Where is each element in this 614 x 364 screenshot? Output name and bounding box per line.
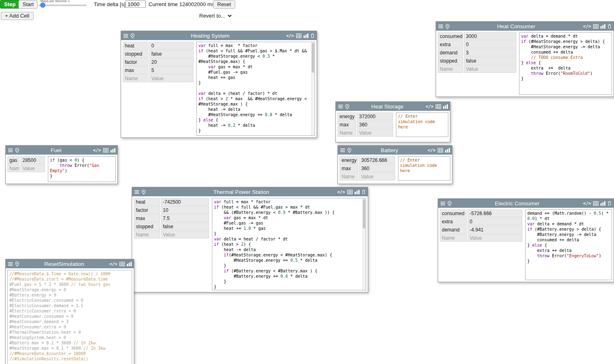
revert-dropdown[interactable]: Revert to... [199, 13, 232, 19]
table-view-icon[interactable] [436, 104, 441, 109]
param-value-cell[interactable]: Value [357, 129, 393, 137]
code-editor[interactable]: // Entersimulation codehere [398, 156, 450, 181]
param-value-cell[interactable]: Value [20, 164, 45, 172]
chart-view-icon[interactable] [445, 148, 450, 153]
code-editor[interactable]: //#MeasureData.$.Time = Date.now() / 100… [7, 270, 132, 364]
code-view-icon[interactable]: </> [109, 261, 117, 267]
param-name-cell[interactable]: Name [337, 129, 356, 137]
param-value-cell[interactable]: -5726.666 [468, 209, 522, 217]
code-view-icon[interactable]: </> [337, 189, 345, 195]
param-name-cell[interactable]: heat [134, 198, 160, 206]
add-cell-button[interactable]: + Add Cell [1, 12, 34, 20]
param-value-cell[interactable]: -4.941 [468, 226, 522, 234]
scrollbar[interactable] [311, 42, 315, 135]
scrollbar-thumb[interactable] [312, 43, 314, 73]
trash-icon[interactable] [607, 201, 612, 206]
param-name-cell[interactable]: Name [340, 173, 358, 180]
menu-icon[interactable] [338, 104, 343, 109]
table-view-icon[interactable] [347, 190, 353, 194]
param-name-cell[interactable]: stopped [123, 50, 148, 58]
code-editor[interactable]: var delta = demand * dtif (#HeatStorage.… [519, 32, 612, 95]
param-value-cell[interactable]: 5 [149, 66, 193, 74]
param-value-cell[interactable]: 3000 [464, 32, 516, 40]
code-view-icon[interactable]: </> [425, 104, 434, 109]
param-name-cell[interactable]: energy [340, 156, 358, 164]
trash-icon[interactable] [362, 189, 366, 194]
chart-view-icon[interactable] [443, 104, 448, 109]
chart-view-icon[interactable] [601, 24, 605, 29]
pin-icon[interactable] [345, 104, 349, 109]
pin-icon[interactable] [15, 148, 19, 153]
chart-view-icon[interactable] [355, 190, 360, 194]
panel-header[interactable]: Fuel </> [6, 146, 117, 155]
trash-icon[interactable] [607, 24, 612, 29]
panel-header[interactable]: Heat Storage </> [336, 102, 450, 111]
param-name-cell[interactable]: Name [438, 65, 463, 73]
param-name-cell[interactable]: stopped [438, 57, 463, 65]
param-value-cell[interactable]: Value [161, 231, 209, 238]
menu-icon[interactable] [123, 34, 128, 38]
param-name-cell[interactable]: extra [438, 40, 463, 48]
param-name-cell[interactable]: gas [7, 156, 20, 164]
panel-header[interactable]: Heating System </> [121, 31, 317, 40]
param-name-cell[interactable]: max [340, 164, 358, 172]
time-delta-input[interactable] [126, 0, 146, 8]
menu-icon[interactable] [438, 24, 443, 29]
menu-icon[interactable] [8, 262, 13, 266]
param-value-cell[interactable]: -742500 [161, 198, 209, 206]
param-value-cell[interactable]: 0 [149, 42, 193, 49]
param-name-cell[interactable]: extra [440, 218, 467, 225]
param-value-cell[interactable]: 360 [357, 121, 393, 128]
slider-thumb[interactable] [40, 2, 45, 8]
code-editor[interactable]: if (gas < 0) { throw Error("Gas Empty")} [48, 156, 116, 182]
chart-view-icon[interactable] [110, 148, 115, 153]
pin-icon[interactable] [142, 189, 146, 195]
code-view-icon[interactable]: </> [286, 33, 294, 38]
panel-header[interactable]: Heat Consumer </> [436, 22, 614, 31]
param-name-cell[interactable]: Name [7, 164, 20, 172]
chart-view-icon[interactable] [127, 262, 132, 266]
scrollbar-thumb[interactable] [363, 199, 365, 229]
code-view-icon[interactable]: </> [583, 201, 591, 206]
table-view-icon[interactable] [296, 34, 301, 38]
reset-button[interactable]: Reset [213, 0, 235, 9]
start-button[interactable]: Start [18, 0, 38, 9]
param-value-cell[interactable]: Value [359, 173, 395, 180]
code-editor[interactable]: var full = max * factorif (heat < full &… [196, 42, 315, 136]
param-name-cell[interactable]: max [123, 66, 148, 74]
pin-icon[interactable] [130, 33, 135, 38]
chart-view-icon[interactable] [304, 34, 308, 38]
table-view-icon[interactable] [119, 262, 125, 266]
param-value-cell[interactable]: 20 [149, 58, 193, 66]
code-view-icon[interactable]: </> [93, 148, 101, 153]
pin-icon[interactable] [445, 24, 450, 29]
param-name-cell[interactable]: consumed [438, 32, 463, 40]
pin-icon[interactable] [448, 201, 452, 206]
param-name-cell[interactable]: demand [440, 226, 467, 234]
param-value-cell[interactable]: Value [468, 234, 522, 242]
param-value-cell[interactable]: 10 [161, 206, 209, 214]
param-name-cell[interactable]: Name [123, 74, 148, 82]
table-view-icon[interactable] [103, 148, 108, 153]
table-view-icon[interactable] [593, 201, 598, 206]
panel-header[interactable]: Electric Consumer </> [438, 199, 614, 208]
param-value-cell[interactable]: 0 [464, 40, 516, 48]
param-value-cell[interactable]: 3 [464, 49, 516, 56]
param-name-cell[interactable]: energy [337, 112, 356, 120]
param-value-cell[interactable]: false [161, 222, 209, 230]
panel-header[interactable]: Thermal Power Station </> [132, 187, 368, 196]
scrollbar[interactable] [362, 198, 366, 290]
param-name-cell[interactable]: Name [134, 231, 160, 238]
panel-header[interactable]: ResetSimulation </> [6, 259, 134, 268]
menu-icon[interactable] [8, 148, 13, 153]
code-editor[interactable]: // Entersimulation codehere [396, 112, 448, 137]
code-view-icon[interactable]: </> [583, 24, 591, 29]
table-view-icon[interactable] [438, 148, 443, 153]
chart-view-icon[interactable] [601, 201, 605, 206]
param-value-cell[interactable]: false [464, 57, 516, 65]
param-name-cell[interactable]: factor [123, 58, 148, 66]
param-value-cell[interactable]: 372000 [357, 112, 393, 120]
slider-track[interactable] [38, 4, 87, 6]
trash-icon[interactable] [310, 33, 315, 38]
param-value-cell[interactable]: 305726.666 [359, 156, 395, 164]
